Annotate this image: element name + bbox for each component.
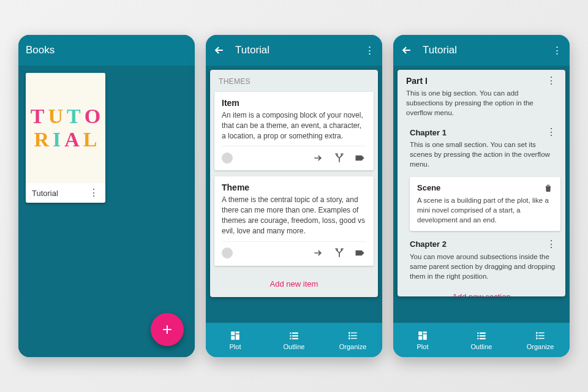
appbar: Books [18, 35, 195, 66]
chapter-section[interactable]: Chapter 1 ⋮ This is one small section. Y… [398, 123, 565, 173]
themes-panel: THEMES Item An item is a composing block… [210, 70, 378, 297]
svg-rect-24 [477, 337, 478, 339]
appbar: Tutorial ⋮ [393, 35, 570, 66]
content: THEMES Item An item is a composing block… [206, 66, 382, 323]
tab-outline[interactable]: Outline [460, 330, 503, 350]
appbar-title: Tutorial [235, 44, 270, 56]
svg-rect-16 [418, 331, 422, 335]
tab-label: Plot [230, 343, 241, 350]
part-section[interactable]: Part I ⋮ This is one big section. You ca… [398, 70, 565, 123]
svg-rect-19 [418, 336, 422, 339]
svg-rect-7 [292, 335, 298, 336]
card-actions [222, 146, 366, 167]
svg-rect-28 [538, 337, 545, 339]
tab-plot[interactable]: Plot [214, 330, 257, 350]
chapter-title: Chapter 2 [410, 239, 546, 249]
split-icon[interactable] [333, 152, 345, 164]
tab-label: Outline [471, 343, 492, 350]
chapter-desc: You can move around subsections inside t… [410, 252, 557, 281]
list-icon [476, 330, 487, 341]
outline-panel: Part I ⋮ This is one big section. You ca… [398, 70, 565, 296]
svg-rect-11 [351, 335, 357, 336]
svg-rect-14 [349, 334, 350, 336]
add-book-fab[interactable]: + [151, 313, 184, 346]
more-icon[interactable]: ⋮ [546, 239, 557, 249]
book-footer: Tutorial ⋮ [26, 183, 105, 203]
more-icon[interactable]: ⋮ [546, 76, 557, 86]
screen-themes: Tutorial ⋮ THEMES Item An item is a comp… [206, 35, 382, 357]
panel-label: THEMES [210, 70, 378, 92]
svg-rect-25 [480, 337, 486, 339]
screen-books: Books TU TO RI AL Tutorial ⋮ + [18, 35, 195, 357]
arrow-right-icon[interactable] [312, 247, 325, 259]
dashboard-icon [417, 330, 428, 341]
card-body: An item is a composing block of your nov… [222, 110, 366, 141]
scene-desc: A scene is a building part of the plot, … [417, 195, 553, 225]
svg-rect-29 [536, 332, 537, 334]
overflow-icon[interactable]: ⋮ [552, 44, 562, 57]
svg-rect-31 [536, 337, 537, 339]
tab-organize[interactable]: Organize [331, 330, 374, 350]
back-icon[interactable] [213, 44, 225, 56]
tab-plot[interactable]: Plot [401, 330, 444, 350]
svg-rect-30 [536, 334, 537, 336]
tab-outline[interactable]: Outline [273, 330, 315, 350]
book-cover: TU TO RI AL [26, 73, 105, 183]
tag-icon[interactable] [354, 152, 366, 164]
part-title: Part I [406, 76, 546, 86]
chapter-title: Chapter 1 [410, 128, 546, 137]
books-grid: TU TO RI AL Tutorial ⋮ + [18, 66, 195, 357]
card-title: Theme [222, 183, 366, 192]
more-icon[interactable]: ⋮ [89, 188, 99, 198]
tab-label: Organize [339, 343, 367, 350]
svg-rect-15 [349, 337, 350, 339]
book-title: Tutorial [32, 189, 58, 198]
color-dot[interactable] [222, 153, 233, 164]
tab-label: Outline [284, 343, 305, 350]
more-icon[interactable]: ⋮ [546, 127, 557, 137]
appbar: Tutorial ⋮ [206, 35, 382, 66]
back-icon[interactable] [401, 44, 413, 56]
card-body: A theme is the central topic of a story,… [222, 195, 366, 236]
svg-rect-21 [480, 332, 486, 333]
trash-icon[interactable] [543, 183, 553, 193]
split-icon[interactable] [333, 247, 345, 259]
add-item-button[interactable]: Add new item [210, 272, 378, 297]
svg-rect-4 [290, 332, 291, 333]
svg-rect-1 [236, 331, 239, 333]
svg-rect-18 [423, 334, 427, 339]
svg-rect-20 [477, 332, 478, 333]
part-desc: This is one big section. You can add sub… [406, 88, 557, 118]
plus-icon: + [162, 320, 172, 339]
arrow-right-icon[interactable] [312, 152, 325, 164]
tab-organize[interactable]: Organize [519, 330, 562, 350]
content: Part I ⋮ This is one big section. You ca… [393, 66, 570, 323]
appbar-title: Tutorial [423, 44, 457, 56]
list-icon [288, 330, 300, 341]
chapter-desc: This is one small section. You can set i… [410, 140, 557, 169]
theme-card[interactable]: Theme A theme is the central topic of a … [214, 176, 374, 265]
svg-rect-12 [351, 337, 357, 339]
add-section-button[interactable]: Add new section [398, 285, 565, 296]
svg-rect-23 [480, 335, 486, 336]
svg-rect-0 [231, 331, 235, 335]
svg-rect-5 [292, 332, 298, 333]
numbered-list-icon [347, 330, 358, 341]
book-card[interactable]: TU TO RI AL Tutorial ⋮ [26, 73, 105, 203]
tab-label: Organize [527, 343, 554, 350]
color-dot[interactable] [222, 247, 233, 258]
chapter-section[interactable]: Chapter 2 ⋮ You can move around subsecti… [398, 235, 565, 285]
tab-label: Plot [417, 343, 429, 350]
svg-rect-27 [538, 335, 545, 336]
svg-rect-8 [290, 337, 291, 339]
svg-rect-9 [292, 337, 298, 339]
item-card[interactable]: Item An item is a composing block of you… [214, 92, 374, 170]
scene-title: Scene [417, 183, 543, 192]
svg-rect-17 [423, 331, 427, 333]
tag-icon[interactable] [354, 247, 366, 259]
bottom-nav: Plot Outline Organize [393, 323, 570, 357]
svg-rect-2 [236, 334, 239, 339]
svg-rect-26 [538, 332, 545, 333]
scene-card[interactable]: Scene A scene is a building part of the … [410, 177, 560, 231]
overflow-icon[interactable]: ⋮ [364, 44, 375, 57]
